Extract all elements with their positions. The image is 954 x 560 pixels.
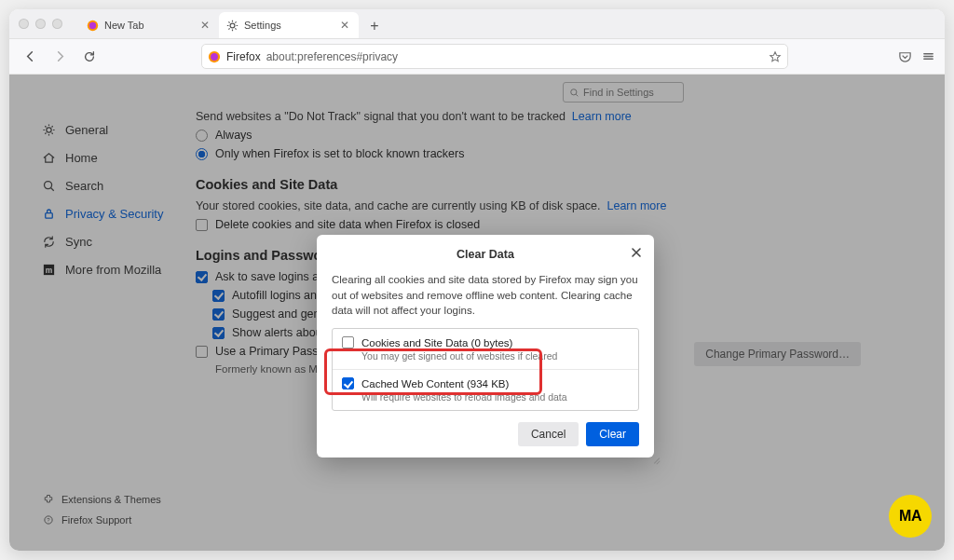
cookies-option[interactable]: Cookies and Site Data (0 bytes) You may … <box>333 329 638 369</box>
svg-point-2 <box>230 23 235 28</box>
tab-label: Settings <box>244 20 281 31</box>
reload-button[interactable] <box>78 46 101 68</box>
dialog-description: Clearing all cookies and site data store… <box>332 272 639 319</box>
cancel-button[interactable]: Cancel <box>518 422 579 446</box>
checkbox-icon <box>342 336 354 348</box>
address-bar[interactable]: Firefox about:preferences#privacy <box>201 44 788 69</box>
new-tab-button[interactable]: + <box>362 14 387 38</box>
tab-new-tab[interactable]: New Tab ✕ <box>79 12 219 38</box>
toolbar-right <box>898 49 935 63</box>
firefox-icon <box>87 20 99 32</box>
option-label: Cached Web Content (934 KB) <box>361 378 509 389</box>
option-sublabel: Will require websites to reload images a… <box>361 391 629 403</box>
save-pocket-icon[interactable] <box>898 49 912 63</box>
svg-point-1 <box>89 21 96 28</box>
gear-icon <box>226 20 238 32</box>
ma-watermark: MA <box>889 495 932 538</box>
minimize-window-icon[interactable] <box>35 19 46 29</box>
tab-label: New Tab <box>104 20 144 31</box>
titlebar: New Tab ✕ Settings ✕ + <box>9 9 945 39</box>
bookmark-star-icon[interactable] <box>769 50 782 63</box>
close-tab-icon[interactable]: ✕ <box>338 19 351 32</box>
preferences-page: Find in Settings General Home Search Pri… <box>9 75 945 551</box>
option-label: Cookies and Site Data (0 bytes) <box>361 337 512 348</box>
close-tab-icon[interactable]: ✕ <box>198 19 211 32</box>
resize-handle-icon[interactable] <box>650 454 661 465</box>
clear-data-dialog: Clear Data Clearing all cookies and site… <box>317 235 654 458</box>
firefox-icon <box>208 50 221 63</box>
forward-button[interactable] <box>48 46 71 68</box>
checkbox-icon <box>342 377 354 389</box>
cached-content-option[interactable]: Cached Web Content (934 KB) Will require… <box>333 369 638 410</box>
app-menu-icon[interactable] <box>921 49 935 63</box>
back-button[interactable] <box>19 46 41 68</box>
close-window-icon[interactable] <box>19 19 29 29</box>
window-controls <box>19 19 62 29</box>
close-dialog-button[interactable] <box>628 244 645 261</box>
browser-window: New Tab ✕ Settings ✕ + <box>9 9 945 551</box>
zoom-window-icon[interactable] <box>52 19 62 29</box>
url-identity: Firefox <box>226 50 261 63</box>
dialog-options-group: Cookies and Site Data (0 bytes) You may … <box>332 328 639 411</box>
svg-point-4 <box>211 53 218 61</box>
tab-settings[interactable]: Settings ✕ <box>219 12 359 38</box>
tab-strip: New Tab ✕ Settings ✕ + <box>79 9 387 38</box>
url-path: about:preferences#privacy <box>266 50 398 63</box>
option-sublabel: You may get signed out of websites if cl… <box>361 350 629 362</box>
toolbar: Firefox about:preferences#privacy <box>9 39 945 75</box>
dialog-buttons: Cancel Clear <box>332 422 639 446</box>
dialog-title: Clear Data <box>332 248 639 261</box>
clear-button[interactable]: Clear <box>586 422 639 446</box>
